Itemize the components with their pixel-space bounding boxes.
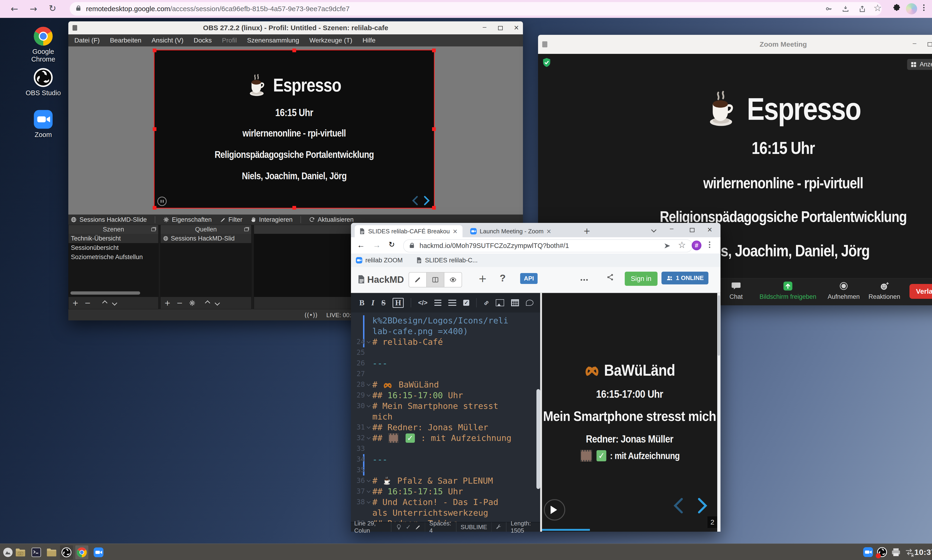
obs-menu-item[interactable]: Docks bbox=[194, 37, 212, 44]
source-down-button[interactable] bbox=[214, 300, 220, 306]
desktop-icon-obs[interactable]: OBS Studio bbox=[20, 67, 66, 97]
bookmark-item[interactable]: relilab ZOOM bbox=[356, 257, 403, 264]
table-button[interactable] bbox=[511, 299, 519, 306]
preview-mode-button[interactable] bbox=[444, 272, 461, 287]
obs-source-toolbar-button[interactable]: Aktualisieren bbox=[309, 216, 354, 223]
popout-icon[interactable] bbox=[244, 228, 248, 231]
reload-icon[interactable]: ↻ bbox=[389, 240, 395, 249]
remove-scene-button[interactable]: − bbox=[85, 297, 91, 309]
remove-source-button[interactable]: − bbox=[177, 297, 183, 309]
desktop-icon-chrome[interactable]: Google Chrome bbox=[20, 26, 66, 63]
browser-menu-icon[interactable] bbox=[709, 244, 710, 245]
taskbar-icon-zoom[interactable] bbox=[92, 545, 105, 559]
resize-handle[interactable] bbox=[292, 206, 296, 210]
tab-close-icon[interactable]: × bbox=[546, 228, 551, 235]
obs-menu-item[interactable]: Bearbeiten bbox=[110, 37, 141, 44]
scene-up-button[interactable] bbox=[102, 300, 107, 306]
scenes-panel-header[interactable]: Szenen bbox=[69, 225, 158, 234]
hackmd-restore-button[interactable] bbox=[690, 228, 694, 232]
zoom-view-button[interactable]: Anze bbox=[907, 59, 932, 70]
fold-chevron-icon[interactable] bbox=[367, 393, 371, 397]
tray-icon-obs[interactable] bbox=[877, 547, 888, 558]
browser-menu-icon[interactable] bbox=[923, 7, 924, 8]
obs-maximize-button[interactable] bbox=[498, 26, 503, 30]
taskbar-icon-launcher[interactable] bbox=[2, 545, 14, 559]
tray-icon-zoom[interactable] bbox=[863, 547, 874, 558]
code-button[interactable]: </> bbox=[418, 299, 427, 306]
security-shield-icon[interactable] bbox=[541, 57, 552, 68]
resize-handle[interactable] bbox=[292, 49, 296, 52]
obs-source-toolbar-button[interactable]: Filter bbox=[220, 216, 242, 223]
heading-button[interactable]: H bbox=[393, 298, 404, 308]
back-icon[interactable]: ← bbox=[357, 240, 365, 249]
send-icon[interactable] bbox=[664, 242, 671, 249]
add-source-button[interactable]: + bbox=[164, 297, 171, 309]
image-button[interactable] bbox=[496, 299, 504, 306]
pane-splitter[interactable] bbox=[540, 293, 542, 532]
api-button[interactable]: API bbox=[520, 273, 538, 284]
taskbar-icon-terminal[interactable] bbox=[30, 545, 43, 559]
hackmd-close-button[interactable]: × bbox=[707, 226, 712, 233]
tray-icon-net[interactable] bbox=[904, 547, 915, 558]
taskbar-icon-folder[interactable] bbox=[45, 545, 58, 559]
download-icon[interactable] bbox=[842, 5, 849, 12]
hackmd-minimize-button[interactable]: – bbox=[670, 225, 674, 232]
fold-chevron-icon[interactable] bbox=[367, 340, 371, 343]
tray-icon-printer[interactable] bbox=[890, 547, 902, 558]
taskbar-icon-folder-d[interactable]: D bbox=[14, 545, 27, 559]
zoom-leave-button[interactable]: Verlas bbox=[909, 284, 932, 299]
tab-close-icon[interactable]: × bbox=[452, 228, 458, 235]
sign-in-button[interactable]: Sign in bbox=[625, 272, 657, 286]
resize-handle[interactable] bbox=[432, 49, 436, 52]
italic-button[interactable]: I bbox=[372, 298, 375, 307]
source-up-button[interactable] bbox=[205, 300, 210, 306]
zoom-toolbar-reactions-button[interactable]: Reaktionen bbox=[859, 281, 910, 300]
key-icon[interactable] bbox=[825, 5, 833, 12]
resize-handle[interactable] bbox=[432, 206, 436, 210]
preview-scrollbar[interactable] bbox=[717, 293, 721, 532]
obs-canvas[interactable]: Espresso 16:15 Uhr wirlernenonline - rpi… bbox=[154, 51, 434, 208]
obs-minimize-button[interactable]: – bbox=[483, 23, 486, 31]
bookmark-star-icon[interactable]: ☆ bbox=[678, 240, 686, 250]
back-icon[interactable]: ← bbox=[11, 4, 18, 14]
obs-source-toolbar-button[interactable]: Interagieren bbox=[250, 216, 293, 223]
obs-menu-item[interactable]: Werkzeuge (T) bbox=[309, 37, 352, 44]
split-mode-button[interactable] bbox=[427, 272, 444, 287]
address-bar[interactable]: hackmd.io/0Moh79SUTFCZoZzympwlTQ?both#/1… bbox=[403, 239, 692, 252]
brush-icon[interactable] bbox=[415, 524, 421, 530]
scene-row[interactable]: Sessionübersicht bbox=[69, 243, 158, 252]
zoom-toolbar-share-screen-button[interactable]: Bildschirm freigeben bbox=[762, 281, 813, 300]
fold-chevron-icon[interactable] bbox=[367, 425, 371, 429]
bookmark-star-icon[interactable]: ☆ bbox=[873, 3, 882, 13]
bold-button[interactable]: B bbox=[360, 298, 364, 307]
popout-icon[interactable] bbox=[151, 228, 156, 231]
bookmark-item[interactable]: SLIDES relilab-C... bbox=[415, 257, 478, 264]
resize-handle[interactable] bbox=[432, 127, 436, 131]
obs-titlebar[interactable]: OBS 27.2.2 (linux) - Profil: Untitled - … bbox=[68, 22, 523, 34]
obs-menu-item[interactable]: Szenensammlung bbox=[247, 37, 299, 44]
desktop-icon-zoom[interactable]: Zoom bbox=[20, 109, 66, 138]
play-button[interactable] bbox=[544, 499, 565, 520]
scene-row[interactable]: Technik-Übersicht bbox=[69, 234, 158, 243]
zoom-minimize-button[interactable]: – bbox=[913, 40, 917, 47]
resize-handle[interactable] bbox=[153, 49, 156, 52]
comment-button[interactable] bbox=[526, 300, 533, 306]
add-scene-button[interactable]: + bbox=[72, 297, 79, 309]
more-options-icon[interactable] bbox=[583, 279, 585, 281]
obs-menu-item[interactable]: Datei (F) bbox=[74, 37, 100, 44]
link-button[interactable]: ∞ bbox=[481, 298, 491, 307]
slide-pause-icon[interactable] bbox=[157, 197, 167, 206]
scene-down-button[interactable] bbox=[112, 300, 117, 306]
reload-icon[interactable]: ↻ bbox=[49, 3, 56, 14]
source-properties-icon[interactable] bbox=[189, 300, 196, 306]
extensions-icon[interactable] bbox=[892, 4, 901, 12]
new-tab-button[interactable]: + bbox=[583, 226, 590, 235]
profile-avatar[interactable]: # bbox=[692, 240, 701, 250]
zoom-titlebar[interactable]: Zoom Meeting – bbox=[538, 35, 932, 54]
online-users-button[interactable]: 1 ONLINE bbox=[662, 272, 708, 285]
obs-close-button[interactable]: × bbox=[514, 24, 519, 31]
strikethrough-button[interactable]: S bbox=[381, 298, 386, 307]
obs-source-toolbar-button[interactable]: Eigenschaften bbox=[163, 216, 212, 223]
obs-menu-item[interactable]: Hilfe bbox=[363, 37, 376, 44]
resize-handle[interactable] bbox=[153, 127, 156, 131]
